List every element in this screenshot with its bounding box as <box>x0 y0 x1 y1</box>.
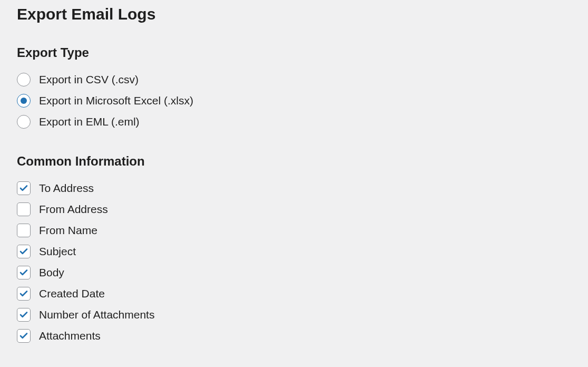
common-info-label[interactable]: Number of Attachments <box>39 308 154 321</box>
common-information-section: Common Information To AddressFrom Addres… <box>17 154 571 343</box>
export-type-radio[interactable] <box>17 73 31 86</box>
common-info-label[interactable]: From Address <box>39 203 108 216</box>
export-type-label[interactable]: Export in CSV (.csv) <box>39 73 139 86</box>
common-info-checkbox[interactable] <box>17 287 31 301</box>
common-info-label[interactable]: Subject <box>39 245 76 258</box>
common-info-label[interactable]: Body <box>39 266 64 279</box>
common-info-option: Number of Attachments <box>17 308 571 322</box>
export-type-radio[interactable] <box>17 94 31 108</box>
export-type-label[interactable]: Export in Microsoft Excel (.xlsx) <box>39 94 193 107</box>
common-information-options: To AddressFrom AddressFrom NameSubjectBo… <box>17 181 571 343</box>
common-info-option: From Name <box>17 224 571 237</box>
export-type-radio[interactable] <box>17 115 31 129</box>
export-type-section: Export Type Export in CSV (.csv)Export i… <box>17 45 571 129</box>
common-info-label[interactable]: From Name <box>39 224 97 237</box>
export-type-option: Export in EML (.eml) <box>17 115 571 129</box>
common-info-label[interactable]: To Address <box>39 182 94 195</box>
common-info-checkbox[interactable] <box>17 224 31 237</box>
common-info-option: Subject <box>17 245 571 258</box>
common-info-checkbox[interactable] <box>17 266 31 279</box>
common-info-checkbox[interactable] <box>17 202 31 216</box>
export-type-option: Export in CSV (.csv) <box>17 73 571 86</box>
export-type-option: Export in Microsoft Excel (.xlsx) <box>17 94 571 108</box>
common-info-option: Attachments <box>17 329 571 343</box>
common-info-option: Body <box>17 266 571 279</box>
common-info-checkbox[interactable] <box>17 245 31 258</box>
common-info-option: From Address <box>17 202 571 216</box>
export-type-label[interactable]: Export in EML (.eml) <box>39 115 140 128</box>
page-title: Export Email Logs <box>17 5 571 23</box>
common-info-checkbox[interactable] <box>17 329 31 343</box>
common-info-checkbox[interactable] <box>17 181 31 195</box>
export-type-options: Export in CSV (.csv)Export in Microsoft … <box>17 73 571 129</box>
common-info-checkbox[interactable] <box>17 308 31 322</box>
common-info-option: To Address <box>17 181 571 195</box>
export-type-heading: Export Type <box>17 45 571 60</box>
common-information-heading: Common Information <box>17 154 571 169</box>
common-info-label[interactable]: Attachments <box>39 330 101 342</box>
common-info-label[interactable]: Created Date <box>39 287 105 300</box>
common-info-option: Created Date <box>17 287 571 301</box>
